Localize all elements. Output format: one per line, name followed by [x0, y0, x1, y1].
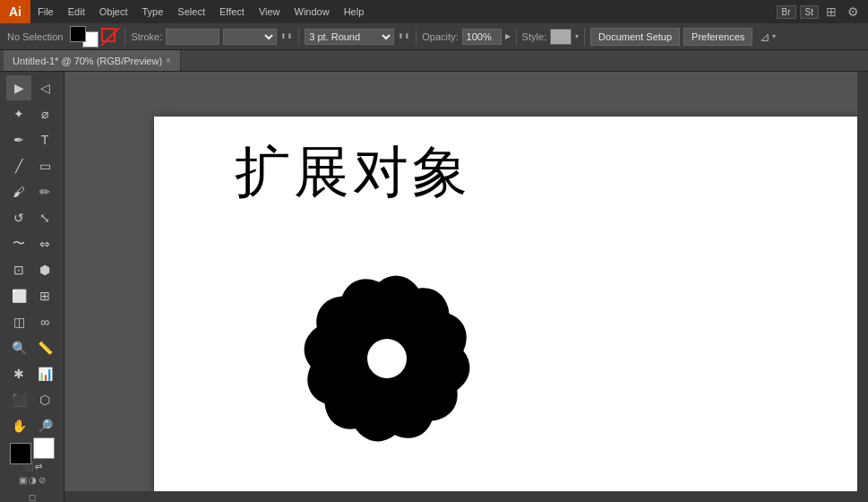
symbol-tool[interactable]: ✱ — [6, 361, 31, 386]
fill-color-swatch[interactable] — [70, 26, 86, 42]
line-tool[interactable]: ╱ — [6, 153, 31, 178]
toolbox-color-swatches[interactable] — [10, 443, 55, 459]
style-swatch[interactable] — [550, 29, 572, 45]
divider-1 — [125, 28, 125, 46]
opacity-arrow[interactable]: ▶ — [505, 32, 511, 40]
eyedropper-tool[interactable]: 🔍 — [6, 335, 31, 360]
gradient-tool[interactable]: ◫ — [6, 309, 31, 334]
color-mode-icon[interactable]: ▣ — [19, 475, 27, 485]
shape-builder-tool[interactable]: ⬢ — [32, 257, 57, 282]
toolbar: No Selection Stroke: ⬆⬇ 3 pt. Round ⬆⬇ O… — [0, 23, 868, 50]
swap-colors-icon[interactable]: ⇄ — [35, 462, 42, 472]
style-arrow: ▾ — [575, 32, 579, 40]
toolbox-bottom: ⬛ ⇄ ▣ ◑ ⊘ ◻ — [0, 462, 64, 502]
zoom-tool[interactable]: 🔎 — [32, 413, 57, 438]
warp-tool[interactable]: 〜 — [6, 231, 31, 256]
document-setup-button[interactable]: Document Setup — [590, 28, 680, 46]
lasso-tool[interactable]: ⌀ — [32, 101, 57, 126]
background-color-swatch[interactable] — [33, 437, 55, 459]
stock-icon[interactable]: St — [800, 5, 819, 19]
bridge-icon[interactable]: Br — [777, 5, 796, 19]
divider-5 — [584, 28, 585, 46]
arrange-arrow: ▾ — [772, 32, 776, 40]
no-fill-icon[interactable]: ⊘ — [39, 475, 46, 485]
menu-effect[interactable]: Effect — [212, 0, 252, 23]
main-area: ▶ ◁ ✦ ⌀ ✒ T ╱ ▭ 🖌 ✏ ↺ ⤡ 〜 ⇔ ⊡ ⬢ — [0, 72, 868, 502]
style-label: Style: — [522, 31, 547, 42]
opacity-label: Opacity: — [422, 31, 458, 42]
divider-2 — [298, 28, 299, 46]
rotate-tool[interactable]: ↺ — [6, 205, 31, 230]
menu-help[interactable]: Help — [337, 0, 372, 23]
menu-edit[interactable]: Edit — [61, 0, 92, 23]
pen-tool[interactable]: ✒ — [6, 127, 31, 152]
artboard-chinese-text: 扩展对象 — [235, 134, 471, 210]
slice-tool[interactable]: ⬡ — [32, 387, 57, 412]
stroke-input[interactable] — [166, 29, 219, 45]
arrange-icon[interactable]: ⚙ — [844, 4, 863, 19]
artboard-tool[interactable]: ⬛ — [6, 387, 31, 412]
canvas-area: 扩展对象 — [64, 72, 868, 502]
mesh-tool[interactable]: ⊞ — [32, 283, 57, 308]
pinwheel-graphic — [288, 260, 486, 459]
stroke-type-select[interactable] — [223, 29, 277, 45]
tab-bar: Untitled-1* @ 70% (RGB/Preview) × — [0, 50, 868, 72]
app-logo: Ai — [0, 0, 30, 23]
vertical-scrollbar[interactable] — [857, 72, 868, 491]
stroke-label: Stroke: — [131, 31, 162, 42]
measure-tool[interactable]: 📏 — [32, 335, 57, 360]
rect-tool[interactable]: ▭ — [32, 153, 57, 178]
selection-label: No Selection — [7, 31, 63, 42]
arrange-controls[interactable]: ⊿ ▾ — [760, 30, 776, 44]
column-graph-tool[interactable]: 📊 — [32, 361, 57, 386]
menu-bar: Ai File Edit Object Type Select Effect V… — [0, 0, 868, 23]
width-tool[interactable]: ⇔ — [32, 231, 57, 256]
menu-type[interactable]: Type — [135, 0, 171, 23]
perspective-tool[interactable]: ⬜ — [6, 283, 31, 308]
brush-size-select[interactable]: 3 pt. Round — [305, 29, 394, 45]
tab-close-button[interactable]: × — [166, 56, 171, 65]
horizontal-scrollbar[interactable] — [64, 491, 857, 502]
document-tab[interactable]: Untitled-1* @ 70% (RGB/Preview) × — [4, 50, 181, 71]
menu-object[interactable]: Object — [92, 0, 135, 23]
direct-select-tool[interactable]: ◁ — [32, 75, 57, 100]
selection-indicator: No Selection — [4, 30, 66, 44]
opacity-input[interactable] — [462, 29, 502, 45]
paintbrush-tool[interactable]: 🖌 — [6, 179, 31, 204]
foreground-color-swatch[interactable] — [10, 443, 31, 464]
menu-select[interactable]: Select — [170, 0, 212, 23]
pencil-tool[interactable]: ✏ — [32, 179, 57, 204]
stroke-brush-indicator[interactable] — [101, 28, 119, 46]
screen-mode-icon[interactable]: ◻ — [29, 492, 36, 502]
menu-window[interactable]: Window — [288, 0, 337, 23]
arrange-icon: ⊿ — [760, 30, 770, 44]
scrollbar-corner — [857, 491, 868, 502]
brush-arrows: ⬆⬇ — [398, 32, 410, 40]
divider-3 — [416, 28, 417, 46]
gradient-mode-icon[interactable]: ◑ — [29, 475, 37, 485]
scale-tool[interactable]: ⤡ — [32, 205, 57, 230]
pinwheel-center — [367, 339, 407, 378]
fill-stroke-colors[interactable] — [70, 26, 119, 48]
menu-file[interactable]: File — [30, 0, 61, 23]
blend-tool[interactable]: ∞ — [32, 309, 57, 334]
select-tool[interactable]: ▶ — [6, 75, 31, 100]
tab-title: Untitled-1* @ 70% (RGB/Preview) — [13, 56, 162, 66]
free-transform-tool[interactable]: ⊡ — [6, 257, 31, 282]
artboard: 扩展对象 — [154, 117, 868, 502]
grid-icon[interactable]: ⊞ — [822, 4, 840, 19]
stroke-arrows: ⬆⬇ — [280, 32, 293, 40]
toolbox: ▶ ◁ ✦ ⌀ ✒ T ╱ ▭ 🖌 ✏ ↺ ⤡ 〜 ⇔ ⊡ ⬢ — [0, 72, 64, 502]
menu-view[interactable]: View — [252, 0, 288, 23]
preferences-button[interactable]: Preferences — [683, 28, 752, 46]
svg-line-1 — [101, 28, 119, 46]
magic-wand-tool[interactable]: ✦ — [6, 101, 31, 126]
hand-tool[interactable]: ✋ — [6, 413, 31, 438]
type-tool[interactable]: T — [32, 127, 57, 152]
pinwheel-svg — [288, 260, 486, 457]
divider-4 — [516, 28, 517, 46]
